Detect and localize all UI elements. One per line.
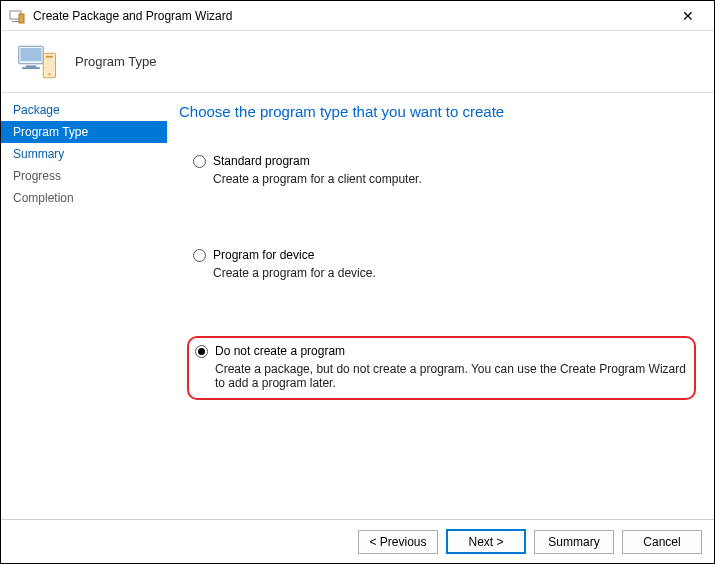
radio-do-not-create[interactable] (195, 345, 208, 358)
wizard-content: Choose the program type that you want to… (167, 93, 714, 519)
close-button[interactable]: ✕ (668, 2, 708, 30)
radio-label-standard-program: Standard program (213, 154, 310, 168)
radio-label-program-for-device: Program for device (213, 248, 314, 262)
window-title: Create Package and Program Wizard (33, 9, 668, 23)
computer-icon (17, 41, 59, 83)
option-desc-do-not-create: Create a package, but do not create a pr… (215, 362, 686, 390)
radio-program-for-device[interactable] (193, 249, 206, 262)
option-do-not-create: Do not create a program Create a package… (187, 336, 696, 400)
svg-rect-2 (19, 14, 24, 23)
radio-standard-program[interactable] (193, 155, 206, 168)
option-desc-standard-program: Create a program for a client computer. (213, 172, 688, 186)
radio-label-do-not-create: Do not create a program (215, 344, 345, 358)
svg-rect-8 (46, 55, 53, 57)
sidebar-item-program-type[interactable]: Program Type (1, 121, 167, 143)
wizard-footer: < Previous Next > Summary Cancel (1, 519, 714, 563)
previous-button[interactable]: < Previous (358, 530, 438, 554)
sidebar-item-summary[interactable]: Summary (1, 143, 167, 165)
sidebar-item-package[interactable]: Package (1, 99, 167, 121)
svg-rect-4 (21, 48, 42, 61)
sidebar-item-progress: Progress (1, 165, 167, 187)
wizard-sidebar: Package Program Type Summary Progress Co… (1, 93, 167, 519)
wizard-body: Package Program Type Summary Progress Co… (1, 93, 714, 519)
svg-rect-6 (22, 67, 40, 69)
option-standard-program: Standard program Create a program for a … (187, 148, 696, 194)
svg-rect-1 (12, 21, 19, 22)
svg-rect-5 (26, 65, 37, 67)
content-heading: Choose the program type that you want to… (179, 103, 696, 120)
summary-button[interactable]: Summary (534, 530, 614, 554)
svg-point-9 (48, 73, 50, 75)
sidebar-item-completion: Completion (1, 187, 167, 209)
page-title: Program Type (75, 54, 156, 69)
next-button[interactable]: Next > (446, 529, 526, 554)
wizard-header: Program Type (1, 31, 714, 93)
option-desc-program-for-device: Create a program for a device. (213, 266, 688, 280)
cancel-button[interactable]: Cancel (622, 530, 702, 554)
option-program-for-device: Program for device Create a program for … (187, 242, 696, 288)
app-icon (9, 8, 25, 24)
titlebar: Create Package and Program Wizard ✕ (1, 1, 714, 31)
